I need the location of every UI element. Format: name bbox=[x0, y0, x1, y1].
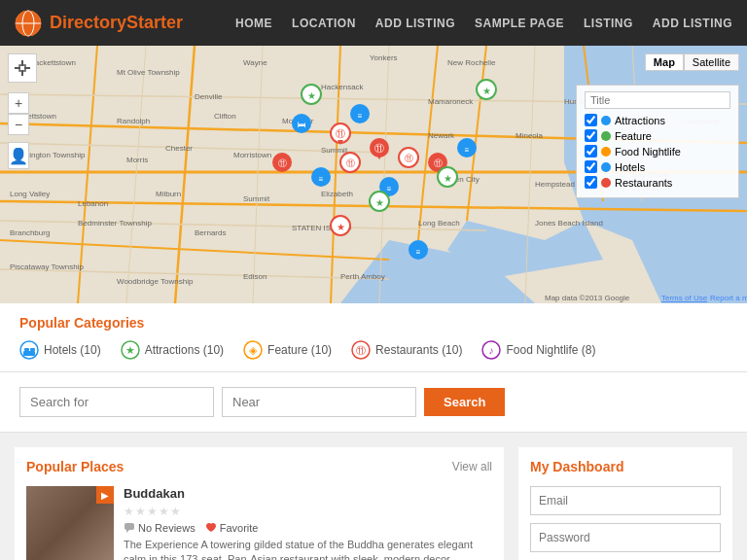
place-item: ▶ Buddakan ★ ★ ★ ★ ★ N bbox=[26, 486, 492, 560]
filter-item-restaurants: Restaurants bbox=[585, 176, 730, 189]
near-input[interactable] bbox=[222, 387, 416, 417]
nav-location[interactable]: LOCATION bbox=[292, 17, 356, 30]
category-attractions[interactable]: ★ Attractions (10) bbox=[121, 340, 224, 360]
svg-text:≡: ≡ bbox=[358, 112, 363, 121]
map-type-map[interactable]: Map bbox=[645, 53, 684, 71]
svg-text:Branchburg: Branchburg bbox=[10, 228, 50, 237]
filter-title-input[interactable] bbox=[585, 91, 730, 109]
svg-text:Elizabeth: Elizabeth bbox=[321, 190, 353, 198]
map-zoom-in-btn[interactable]: + bbox=[8, 92, 29, 114]
map-zoom-out-btn[interactable]: − bbox=[8, 114, 29, 135]
svg-text:⑪: ⑪ bbox=[374, 143, 384, 154]
svg-text:🛏: 🛏 bbox=[298, 120, 306, 129]
place-name: Buddakan bbox=[124, 486, 492, 501]
category-feature[interactable]: ◈ Feature (10) bbox=[243, 340, 332, 360]
svg-text:Jones Beach Island: Jones Beach Island bbox=[535, 219, 603, 228]
logo-icon bbox=[15, 10, 42, 37]
svg-text:≡: ≡ bbox=[319, 175, 324, 184]
svg-text:★: ★ bbox=[307, 90, 316, 101]
svg-text:≡: ≡ bbox=[465, 146, 470, 155]
svg-text:Woodbridge Township: Woodbridge Township bbox=[117, 277, 194, 286]
nav-add-listing-1[interactable]: ADD LISTING bbox=[375, 17, 455, 30]
hotels-icon bbox=[19, 340, 39, 360]
svg-text:Mamaroneck: Mamaroneck bbox=[428, 97, 474, 106]
categories-list: Hotels (10) ★ Attractions (10) ◈ Feature… bbox=[19, 340, 728, 360]
filter-food-nightlife-checkbox[interactable] bbox=[585, 145, 597, 158]
svg-text:Summit: Summit bbox=[243, 194, 270, 203]
svg-text:Chester: Chester bbox=[165, 144, 193, 153]
map-crosshair-btn[interactable] bbox=[8, 53, 37, 83]
view-all-link[interactable]: View all bbox=[452, 460, 492, 473]
place-image: ▶ bbox=[26, 486, 114, 560]
svg-text:Piscataway Township: Piscataway Township bbox=[10, 262, 84, 271]
svg-text:Mineola: Mineola bbox=[516, 131, 544, 140]
popular-places-title: Popular Places bbox=[26, 459, 124, 474]
svg-text:♪: ♪ bbox=[489, 345, 494, 356]
svg-rect-120 bbox=[124, 523, 134, 530]
logo-area: DirectoryStarter bbox=[15, 10, 183, 37]
svg-text:Edison: Edison bbox=[243, 272, 267, 281]
svg-text:★: ★ bbox=[337, 222, 345, 232]
svg-text:Denville: Denville bbox=[195, 92, 223, 101]
svg-text:⑪: ⑪ bbox=[278, 158, 287, 168]
svg-text:Milburn: Milburn bbox=[156, 190, 181, 198]
nav-listing[interactable]: LISTING bbox=[584, 17, 633, 30]
svg-text:Summit: Summit bbox=[321, 146, 348, 155]
svg-rect-111 bbox=[30, 348, 35, 351]
feature-icon: ◈ bbox=[243, 340, 263, 360]
map-person-btn[interactable]: 👤 bbox=[8, 142, 29, 169]
place-meta: No Reviews Favorite bbox=[124, 522, 492, 534]
svg-text:★: ★ bbox=[125, 344, 135, 356]
map-type-buttons: Map Satellite bbox=[645, 53, 739, 71]
nav-home[interactable]: HOME bbox=[235, 17, 272, 30]
svg-text:Long Beach: Long Beach bbox=[418, 219, 460, 228]
place-stars: ★ ★ ★ ★ ★ bbox=[124, 505, 492, 518]
filter-restaurants-checkbox[interactable] bbox=[585, 176, 597, 189]
filter-feature-checkbox[interactable] bbox=[585, 129, 597, 142]
svg-rect-110 bbox=[24, 348, 29, 351]
search-section: Search bbox=[0, 372, 747, 433]
heart-icon bbox=[205, 522, 217, 534]
search-button[interactable]: Search bbox=[424, 388, 505, 416]
category-food-nightlife[interactable]: ♪ Food Nightlife (8) bbox=[481, 340, 595, 360]
place-description: The Experience A towering gilded statue … bbox=[124, 538, 492, 560]
attractions-icon: ★ bbox=[121, 340, 140, 360]
svg-text:Map data ©2013 Google: Map data ©2013 Google bbox=[545, 294, 630, 302]
filter-hotels-checkbox[interactable] bbox=[585, 160, 597, 173]
map-controls: + − 👤 bbox=[8, 53, 37, 169]
svg-text:Lebanon: Lebanon bbox=[78, 199, 108, 208]
map-filter-panel: Attractions Feature Food Nightlife Hotel… bbox=[576, 85, 739, 198]
svg-text:≡: ≡ bbox=[387, 185, 392, 193]
nav-sample-page[interactable]: SAMPLE PAGE bbox=[475, 17, 564, 30]
popular-places-header: Popular Places View all bbox=[26, 459, 492, 474]
category-restaurants[interactable]: ⑪ Restaurants (10) bbox=[351, 340, 462, 360]
svg-text:◈: ◈ bbox=[249, 344, 258, 356]
svg-rect-109 bbox=[23, 351, 35, 356]
password-input[interactable] bbox=[530, 523, 721, 552]
svg-text:Hempstead: Hempstead bbox=[535, 180, 575, 189]
search-input[interactable] bbox=[19, 387, 214, 417]
nav-add-listing-2[interactable]: ADD LISTING bbox=[653, 17, 732, 30]
svg-marker-121 bbox=[126, 530, 129, 533]
speech-bubble-icon bbox=[124, 522, 135, 534]
restaurants-icon: ⑪ bbox=[351, 340, 371, 360]
svg-text:⑪: ⑪ bbox=[405, 154, 413, 163]
email-input[interactable] bbox=[530, 486, 721, 515]
svg-text:Hackensack: Hackensack bbox=[321, 83, 365, 91]
popular-places: Popular Places View all ▶ Buddakan ★ ★ ★… bbox=[15, 447, 504, 560]
svg-text:Long Valley: Long Valley bbox=[10, 190, 50, 198]
svg-text:★: ★ bbox=[375, 197, 384, 208]
place-badge: ▶ bbox=[96, 486, 114, 504]
svg-text:Morris: Morris bbox=[126, 156, 148, 164]
svg-text:Perth Amboy: Perth Amboy bbox=[340, 272, 385, 281]
dashboard-title: My Dashboard bbox=[530, 459, 721, 474]
food-nightlife-icon: ♪ bbox=[481, 340, 501, 360]
svg-text:Mt Olive Township: Mt Olive Township bbox=[117, 68, 180, 77]
svg-text:Report a map error: Report a map error bbox=[710, 294, 747, 302]
category-hotels[interactable]: Hotels (10) bbox=[19, 340, 101, 360]
svg-text:Wayne: Wayne bbox=[243, 58, 267, 67]
main-content: Popular Places View all ▶ Buddakan ★ ★ ★… bbox=[0, 433, 747, 560]
filter-attractions-checkbox[interactable] bbox=[585, 114, 597, 126]
filter-item-feature: Feature bbox=[585, 129, 730, 142]
map-type-satellite[interactable]: Satellite bbox=[684, 53, 739, 71]
